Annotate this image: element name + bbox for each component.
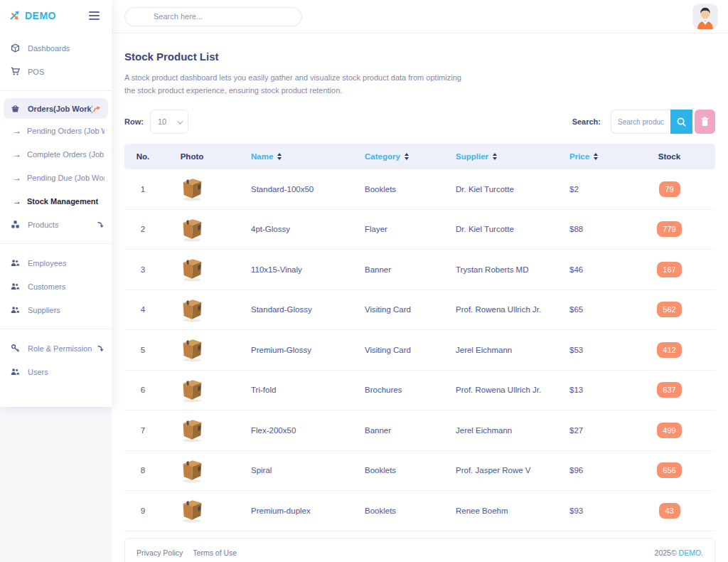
sidebar-item-dashboards[interactable]: Dashboards bbox=[0, 36, 112, 60]
cell-stock: 656 bbox=[641, 462, 715, 478]
cell-no: 5 bbox=[124, 346, 161, 354]
curve-up-arrow-icon bbox=[92, 105, 101, 113]
col-header-photo: Photo bbox=[161, 152, 223, 161]
arrow-right-icon: → bbox=[13, 126, 21, 136]
cell-price: $46 bbox=[569, 265, 641, 274]
footer-brand-link[interactable]: DEMO bbox=[679, 548, 702, 557]
sidebar-item-pending-orders-job-work[interactable]: →Pending Orders (Job Work) bbox=[0, 119, 112, 142]
cell-price: $88 bbox=[569, 225, 641, 233]
rows-per-page-select[interactable]: 10 bbox=[150, 110, 188, 134]
terms-of-use-link[interactable]: Terms of Use bbox=[193, 548, 237, 557]
cell-no: 9 bbox=[124, 507, 161, 515]
search-button[interactable] bbox=[670, 110, 692, 134]
cell-stock: 412 bbox=[641, 342, 715, 358]
product-search-input[interactable] bbox=[611, 110, 670, 134]
sidebar-item-label: Employees bbox=[28, 259, 66, 267]
copyright: 2025© DEMO. bbox=[655, 548, 703, 557]
cell-photo bbox=[161, 417, 223, 443]
product-box-image bbox=[178, 336, 205, 363]
swap-arrows-icon bbox=[9, 10, 20, 21]
sidebar-header: DEMO bbox=[0, 0, 112, 31]
col-header-price[interactable]: Price bbox=[569, 152, 641, 161]
chevron-down-icon bbox=[177, 118, 183, 124]
cell-stock: 637 bbox=[641, 382, 715, 398]
page-description: A stock product dashboard lets you easil… bbox=[124, 71, 715, 97]
col-header-name[interactable]: Name bbox=[223, 152, 336, 161]
sidebar-item-label: Complete Orders (Job Work) bbox=[27, 150, 105, 159]
clear-search-button[interactable] bbox=[695, 110, 715, 134]
sidebar-item-stock-management[interactable]: →Stock Management bbox=[0, 189, 112, 213]
brand-name: DEMO bbox=[25, 10, 56, 21]
cell-name: Standard-100x50 bbox=[223, 185, 336, 193]
table-row: 4 Standard-Glossy Visiting Card Prof. Ro… bbox=[124, 290, 715, 331]
sort-icon bbox=[405, 153, 409, 160]
cell-supplier: Jerel Eichmann bbox=[427, 346, 569, 354]
cell-stock: 79 bbox=[641, 181, 715, 197]
stock-badge: 167 bbox=[657, 262, 681, 277]
table-row: 7 Flex-200x50 Banner Jerel Eichmann $27 … bbox=[124, 410, 715, 451]
cell-category: Booklets bbox=[336, 507, 427, 515]
table-row: 5 Premium-Glossy Visiting Card Jerel Eic… bbox=[124, 330, 715, 371]
sidebar-item-label: Dashboards bbox=[28, 44, 70, 53]
sidebar-item-pos[interactable]: POS bbox=[0, 60, 112, 83]
arrow-right-icon: → bbox=[13, 196, 21, 206]
sidebar-item-pending-due-job-work[interactable]: →Pending Due (Job Work) bbox=[0, 166, 112, 189]
cell-supplier: Jerel Eichmann bbox=[427, 426, 569, 435]
table-row: 3 110x15-Vinaly Banner Trystan Roberts M… bbox=[124, 250, 715, 290]
stock-badge: 637 bbox=[657, 382, 681, 398]
page-title: Stock Product List bbox=[124, 51, 715, 63]
sidebar-item-complete-orders-job-work[interactable]: →Complete Orders (Job Work) bbox=[0, 142, 112, 166]
topbar bbox=[112, 0, 728, 33]
blocks-icon bbox=[10, 220, 20, 230]
privacy-policy-link[interactable]: Privacy Policy bbox=[136, 548, 183, 557]
cell-stock: 562 bbox=[641, 302, 715, 317]
sidebar-divider bbox=[0, 243, 112, 244]
cell-price: $2 bbox=[569, 185, 641, 193]
cell-category: Brochures bbox=[336, 386, 427, 394]
product-box-image bbox=[178, 297, 205, 323]
cell-no: 6 bbox=[124, 386, 161, 394]
cell-stock: 499 bbox=[641, 423, 715, 438]
cell-photo bbox=[161, 176, 223, 202]
sidebar-item-users[interactable]: Users bbox=[0, 360, 112, 383]
sort-icon bbox=[594, 153, 598, 160]
people-icon bbox=[10, 305, 20, 315]
avatar[interactable] bbox=[692, 4, 718, 29]
cell-photo bbox=[161, 336, 223, 363]
cell-price: $13 bbox=[569, 386, 641, 394]
cell-photo bbox=[161, 297, 223, 323]
sidebar-item-employees[interactable]: Employees bbox=[0, 251, 112, 275]
sidebar-item-label: Products bbox=[28, 221, 58, 229]
cell-no: 3 bbox=[124, 265, 161, 274]
hamburger-menu-icon[interactable] bbox=[87, 9, 102, 22]
cell-supplier: Prof. Rowena Ullrich Jr. bbox=[427, 386, 569, 394]
sidebar-item-suppliers[interactable]: Suppliers bbox=[0, 298, 112, 322]
search-icon bbox=[676, 117, 687, 127]
cell-name: Standard-Glossy bbox=[223, 305, 336, 314]
cell-price: $53 bbox=[569, 346, 641, 354]
product-box-image bbox=[178, 457, 205, 484]
sidebar-item-products[interactable]: Products bbox=[0, 213, 112, 236]
sidebar-item-label: Orders(Job Work) bbox=[28, 105, 92, 113]
sidebar-item-label: Stock Management bbox=[27, 197, 98, 206]
sidebar: DEMO DashboardsPOSOrders(Job Work)→Pendi… bbox=[0, 0, 112, 407]
col-header-category[interactable]: Category bbox=[336, 152, 427, 161]
cell-stock: 167 bbox=[641, 262, 715, 277]
sidebar-item-orders-job-work[interactable]: Orders(Job Work) bbox=[4, 98, 108, 119]
cell-price: $93 bbox=[569, 507, 641, 515]
people-icon bbox=[10, 367, 20, 377]
cell-stock: 779 bbox=[641, 221, 715, 237]
cell-photo bbox=[161, 216, 223, 243]
stock-badge: 412 bbox=[657, 342, 681, 358]
brand-logo[interactable]: DEMO bbox=[9, 10, 56, 21]
sidebar-item-customers[interactable]: Customers bbox=[0, 275, 112, 298]
col-header-supplier[interactable]: Supplier bbox=[427, 152, 569, 161]
cell-photo bbox=[161, 497, 223, 524]
sidebar-item-role-permission[interactable]: Role & Permission bbox=[0, 336, 112, 360]
stock-badge: 43 bbox=[659, 503, 680, 519]
row-label: Row: bbox=[124, 117, 144, 126]
cell-no: 1 bbox=[124, 185, 161, 193]
global-search-input[interactable] bbox=[124, 7, 302, 26]
cell-supplier: Dr. Kiel Turcotte bbox=[427, 225, 569, 233]
product-box-image bbox=[178, 377, 205, 403]
